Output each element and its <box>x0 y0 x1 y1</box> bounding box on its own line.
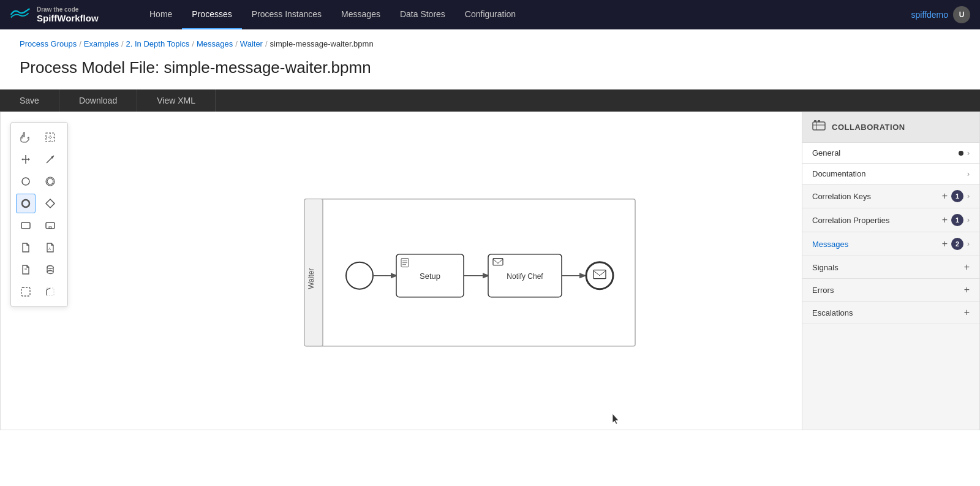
panel-item-correlation-keys[interactable]: Correlation Keys + 1 › <box>802 184 979 208</box>
data-store-tool[interactable] <box>40 260 60 279</box>
gateway-tool[interactable] <box>40 194 60 213</box>
svg-text:Setup: Setup <box>420 271 440 281</box>
breadcrumb-in-depth[interactable]: 2. In Depth Topics <box>126 39 190 48</box>
signals-plus[interactable]: + <box>964 262 970 273</box>
nav-configuration[interactable]: Configuration <box>455 0 526 29</box>
task-tool[interactable] <box>16 216 36 235</box>
correlation-properties-plus[interactable]: + <box>942 215 948 226</box>
nav-processes[interactable]: Processes <box>182 0 241 29</box>
panel-item-escalations[interactable]: Escalations + <box>802 302 979 324</box>
marquee-tool[interactable] <box>40 127 60 147</box>
breadcrumb-messages[interactable]: Messages <box>197 39 233 48</box>
collaboration-icon <box>812 120 826 135</box>
page-title: Process Model File: simple-message-waite… <box>0 58 980 89</box>
documentation-label: Documentation <box>812 169 967 178</box>
signals-label: Signals <box>812 263 964 272</box>
right-panel: COLLABORATION General › Documentation › … <box>802 112 979 430</box>
view-xml-button[interactable]: View XML <box>137 89 216 112</box>
svg-point-22 <box>47 271 53 274</box>
end-event-tool[interactable] <box>16 194 36 213</box>
panel-item-correlation-properties[interactable]: Correlation Properties + 1 › <box>802 208 979 232</box>
general-chevron: › <box>967 149 970 158</box>
svg-marker-5 <box>21 158 23 161</box>
panel-title: COLLABORATION <box>832 123 905 132</box>
annotation-tool[interactable] <box>40 282 60 302</box>
svg-rect-15 <box>46 222 55 229</box>
messages-label: Messages <box>812 240 942 249</box>
data-object-tool[interactable] <box>16 238 36 257</box>
svg-point-9 <box>22 178 29 185</box>
correlation-keys-plus[interactable]: + <box>942 191 948 202</box>
svg-point-31 <box>346 262 373 289</box>
svg-rect-49 <box>814 120 816 122</box>
escalations-plus[interactable]: + <box>964 307 970 318</box>
data-object-ref-tool[interactable]: A <box>40 238 60 257</box>
svg-rect-0 <box>46 133 55 142</box>
errors-label: Errors <box>812 286 964 295</box>
editor-toolbar: Save Download View XML <box>0 89 980 112</box>
escalations-label: Escalations <box>812 308 964 317</box>
svg-point-11 <box>47 178 53 184</box>
svg-point-12 <box>22 200 29 207</box>
logo-name: SpiffWorkflow <box>37 13 99 23</box>
nav-messages[interactable]: Messages <box>331 0 390 29</box>
nav-home[interactable]: Home <box>140 0 182 29</box>
svg-rect-14 <box>21 222 30 229</box>
correlation-keys-chevron: › <box>967 192 970 200</box>
cursor <box>610 412 622 425</box>
correlation-keys-label: Correlation Keys <box>812 192 942 201</box>
save-button[interactable]: Save <box>0 89 59 112</box>
svg-text:A: A <box>48 247 51 251</box>
logo: Draw the code SpiffWorkflow <box>10 6 120 23</box>
messages-chevron: › <box>967 240 970 248</box>
svg-marker-13 <box>46 199 55 208</box>
connect-tool[interactable] <box>40 150 60 169</box>
tool-palette: A <box>10 122 68 307</box>
nav-process-instances[interactable]: Process Instances <box>242 0 331 29</box>
breadcrumb-current: simple-message-waiter.bpmn <box>270 39 374 48</box>
hand-tool[interactable] <box>16 127 36 147</box>
panel-item-errors[interactable]: Errors + <box>802 279 979 302</box>
correlation-properties-chevron: › <box>967 216 970 224</box>
general-dot <box>959 151 963 156</box>
space-tool[interactable] <box>16 150 36 169</box>
errors-plus[interactable]: + <box>964 284 970 295</box>
correlation-properties-label: Correlation Properties <box>812 216 942 225</box>
breadcrumb-examples[interactable]: Examples <box>84 39 119 48</box>
main-nav: Home Processes Process Instances Message… <box>140 0 892 29</box>
panel-item-signals[interactable]: Signals + <box>802 256 979 279</box>
start-event-tool[interactable] <box>16 172 36 191</box>
logo-tagline: Draw the code <box>37 6 99 13</box>
svg-point-19 <box>47 266 53 269</box>
panel-item-documentation[interactable]: Documentation › <box>802 164 979 184</box>
svg-rect-50 <box>818 120 820 122</box>
correlation-properties-badge: 1 <box>951 214 963 226</box>
messages-plus[interactable]: + <box>942 238 948 249</box>
logo-icon <box>10 6 32 23</box>
username: spiffdemo <box>911 10 948 20</box>
breadcrumb-waiter[interactable]: Waiter <box>240 39 263 48</box>
nav-data-stores[interactable]: Data Stores <box>390 0 455 29</box>
general-label: General <box>812 148 959 158</box>
subprocess-tool[interactable] <box>40 216 60 235</box>
documentation-chevron: › <box>967 170 970 178</box>
messages-badge: 2 <box>951 238 963 250</box>
user-area[interactable]: spiffdemo U <box>911 6 970 23</box>
download-button[interactable]: Download <box>59 89 137 112</box>
panel-item-general[interactable]: General › <box>802 143 979 164</box>
canvas-area[interactable]: A <box>1 112 802 430</box>
avatar[interactable]: U <box>953 6 970 23</box>
correlation-keys-badge: 1 <box>951 190 963 202</box>
breadcrumb-process-groups[interactable]: Process Groups <box>20 39 77 48</box>
app-header: Draw the code SpiffWorkflow Home Process… <box>0 0 980 29</box>
intermediate-event-tool[interactable] <box>40 172 60 191</box>
data-input-tool[interactable] <box>16 260 36 279</box>
bpmn-diagram[interactable]: Waiter Setup <box>298 193 641 366</box>
svg-text:Waiter: Waiter <box>307 268 315 289</box>
panel-item-messages[interactable]: Messages + 2 › <box>802 232 979 256</box>
main-content: A <box>0 112 980 430</box>
svg-rect-16 <box>49 227 51 229</box>
group-tool[interactable] <box>16 282 36 302</box>
breadcrumb: Process Groups / Examples / 2. In Depth … <box>0 29 980 58</box>
svg-text:Notify Chef: Notify Chef <box>507 272 543 281</box>
